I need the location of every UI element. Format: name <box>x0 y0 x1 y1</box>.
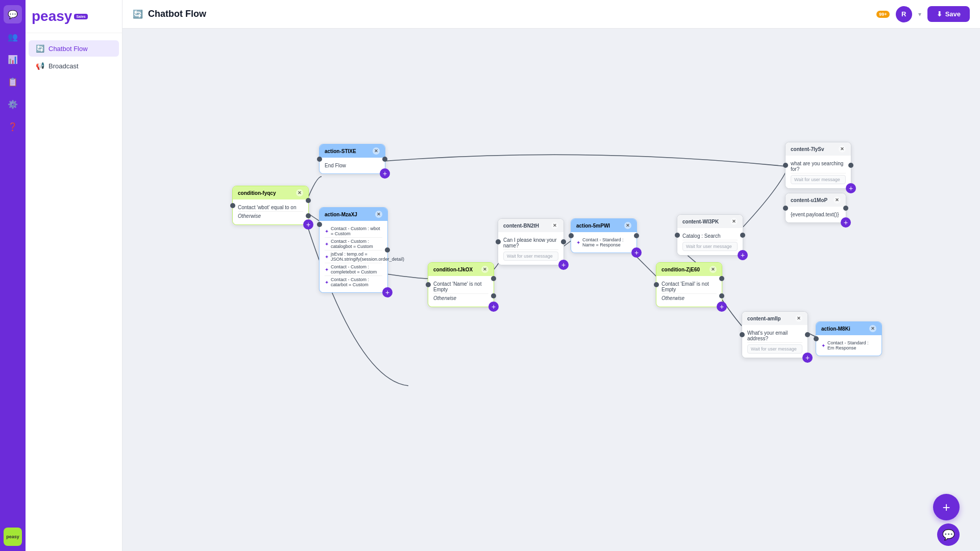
topbar-flow-icon: 🔄 <box>133 9 143 19</box>
close-icon[interactable]: ✕ <box>709 266 717 273</box>
connector-left <box>654 282 659 287</box>
add-node-btn[interactable]: + <box>738 250 748 260</box>
connector-right-bottom <box>306 213 311 218</box>
content-message: what are you searching for? <box>791 160 846 173</box>
main-content: 🔄 Chatbot Flow 99+ R ▾ ⬇ Save <box>122 0 980 551</box>
action-row-1: ✦ Contact - Standard : Em Response <box>821 339 876 352</box>
connector-right <box>805 332 810 337</box>
notification-badge[interactable]: 99+ <box>876 11 889 18</box>
content-message: Catalog : Search <box>682 232 738 240</box>
add-node-btn[interactable]: + <box>717 302 727 312</box>
node-action-stixe: action-STIXE ✕ End Flow + <box>319 144 385 174</box>
connector-left <box>675 233 680 238</box>
connector-left <box>569 233 574 238</box>
close-icon[interactable]: ✕ <box>296 189 303 196</box>
otherwise-row: Otherwise <box>433 294 488 303</box>
connector-right-top <box>491 276 496 281</box>
connector-left <box>230 203 235 208</box>
node-action-5mpwi-header: action-5mPWI ✕ <box>571 219 636 232</box>
close-icon[interactable]: ✕ <box>795 315 802 322</box>
action-row-3: ✦ jsEval : temp.od = JSON.stringify(sess… <box>325 251 382 263</box>
content-message: What's your email address? <box>747 329 802 343</box>
connector-right <box>843 206 848 211</box>
node-title: action-MzaXJ <box>325 212 357 217</box>
chevron-down-icon[interactable]: ▾ <box>918 11 921 18</box>
close-icon[interactable]: ✕ <box>834 196 841 204</box>
topbar: 🔄 Chatbot Flow 99+ R ▾ ⬇ Save <box>122 0 980 29</box>
fab-chat-button[interactable]: 💬 <box>937 523 960 546</box>
connector-left <box>426 282 431 287</box>
node-title: action-STIXE <box>325 148 356 154</box>
add-node-btn[interactable]: + <box>846 183 856 193</box>
node-title: content-u1MoP <box>791 197 827 203</box>
avatar[interactable]: R <box>896 6 912 22</box>
node-content-amlip-body: What's your email address? Wait for user… <box>742 325 807 358</box>
sidebar-clipboard-icon[interactable]: 📋 <box>4 72 22 91</box>
connector-left <box>814 336 819 341</box>
left-panel: peasy Sales 🔄 Chatbot Flow 📢 Broadcast <box>26 0 122 551</box>
add-node-btn[interactable]: + <box>841 217 851 228</box>
sidebar-question-icon[interactable]: ❓ <box>4 117 22 136</box>
action-icon: ✦ <box>325 280 329 285</box>
add-node-btn[interactable]: + <box>631 247 642 258</box>
peasy-logo-small: peasy <box>4 528 22 546</box>
action-row-1: ✦ Contact - Standard : Name = Response <box>576 236 631 248</box>
sidebar-chart-icon[interactable]: 📊 <box>4 50 22 68</box>
close-icon[interactable]: ✕ <box>624 222 631 229</box>
close-icon[interactable]: ✕ <box>551 222 558 229</box>
add-node-btn[interactable]: + <box>802 353 813 363</box>
node-content-7iysv: content-7IySv ✕ what are you searching f… <box>785 142 851 189</box>
close-icon[interactable]: ✕ <box>375 211 382 218</box>
node-condition-zje60: condition-ZjE60 ✕ Contact 'Email' is not… <box>656 262 722 307</box>
action-icon: ✦ <box>821 343 825 348</box>
close-icon[interactable]: ✕ <box>839 145 846 153</box>
connector-right-bottom <box>719 293 724 298</box>
connector-right-bottom <box>491 293 496 298</box>
add-node-btn[interactable]: + <box>558 260 569 270</box>
close-icon[interactable]: ✕ <box>869 325 876 332</box>
action-row: End Flow <box>325 162 380 169</box>
sidebar: 💬 👥 📊 📋 ⚙️ ❓ peasy <box>0 0 26 551</box>
close-icon[interactable]: ✕ <box>730 218 738 225</box>
node-title: condition-tJkOX <box>433 267 473 272</box>
node-action-stixe-body: End Flow <box>320 158 385 173</box>
nav-item-chatbot-flow[interactable]: 🔄 Chatbot Flow <box>29 40 119 57</box>
action-row-2: ✦ Contact - Custom : catalogbot = Custom <box>325 238 382 251</box>
topbar-right: 99+ R ▾ ⬇ Save <box>876 6 970 22</box>
logo: peasy Sales <box>32 8 116 24</box>
nav-menu: 🔄 Chatbot Flow 📢 Broadcast <box>26 33 122 81</box>
add-node-btn[interactable]: + <box>303 219 313 230</box>
wait-input: Wait for user message <box>682 242 738 251</box>
nav-item-broadcast-label: Broadcast <box>48 62 79 70</box>
node-condition-zje60-body: Contact 'Email' is not Empty Otherwise <box>656 276 722 307</box>
logo-area: peasy Sales <box>26 0 122 33</box>
close-icon[interactable]: ✕ <box>373 147 380 155</box>
node-title: content-BN2tH <box>503 223 539 229</box>
node-condition-fyqcy: condition-fyqcy ✕ Contact 'wbot' equal t… <box>232 186 309 225</box>
add-node-btn[interactable]: + <box>382 287 393 297</box>
node-content-wi3pk: content-WI3PK ✕ Catalog : Search Wait fo… <box>677 214 743 256</box>
content-message: {event.payload.text()} <box>791 211 841 218</box>
add-node-btn[interactable]: + <box>380 168 390 179</box>
node-title: condition-fyqcy <box>238 190 276 196</box>
node-condition-tjkox-header: condition-tJkOX ✕ <box>428 263 494 276</box>
sidebar-users-icon[interactable]: 👥 <box>4 28 22 46</box>
node-title: action-5mPWI <box>576 223 610 229</box>
broadcast-icon: 📢 <box>36 62 44 70</box>
add-node-btn[interactable]: + <box>488 302 499 312</box>
logo-badge: Sales <box>74 14 87 19</box>
action-row-1: ✦ Contact - Custom : wbot = Custom <box>325 225 382 238</box>
save-button[interactable]: ⬇ Save <box>927 6 970 22</box>
chatbot-flow-icon: 🔄 <box>36 44 44 53</box>
sidebar-chat-icon[interactable]: 💬 <box>4 5 22 23</box>
close-icon[interactable]: ✕ <box>481 266 488 273</box>
connector-right-top <box>719 276 724 281</box>
action-icon: ✦ <box>325 241 329 247</box>
nav-item-chatbot-flow-label: Chatbot Flow <box>48 45 88 53</box>
sidebar-settings-icon[interactable]: ⚙️ <box>4 95 22 113</box>
node-content-bn2th-body: Can I please know your name? Wait for us… <box>498 232 564 265</box>
save-icon: ⬇ <box>937 10 942 18</box>
nav-item-broadcast[interactable]: 📢 Broadcast <box>29 58 119 74</box>
connector-right <box>385 247 390 253</box>
fab-plus-button[interactable]: + <box>933 494 960 520</box>
